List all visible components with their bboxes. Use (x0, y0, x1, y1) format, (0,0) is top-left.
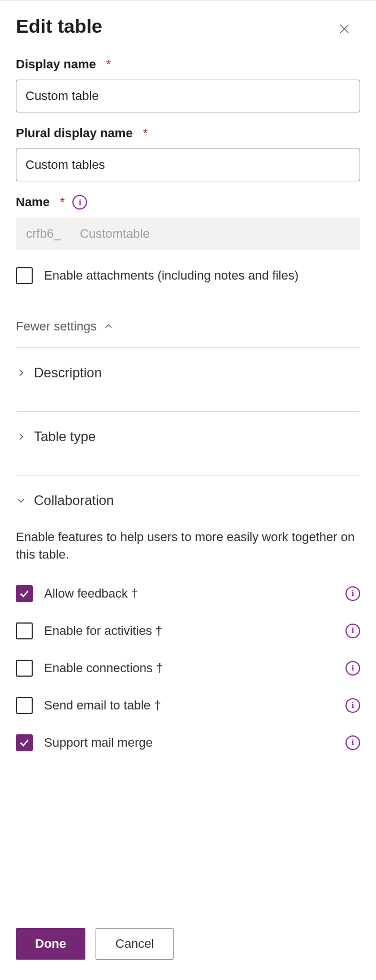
enable-attachments-row: Enable attachments (including notes and … (16, 267, 360, 284)
collaboration-row: Send email to table †i (16, 687, 360, 724)
collaboration-checkbox[interactable] (16, 734, 33, 751)
panel-header: Edit table (0, 1, 376, 43)
enable-attachments-checkbox[interactable] (16, 267, 33, 284)
collaboration-row: Support mail mergei (16, 724, 360, 761)
collaboration-items: Allow feedback †iEnable for activities †… (16, 575, 360, 761)
collaboration-label: Support mail merge (44, 734, 334, 751)
required-asterisk: * (106, 57, 111, 72)
collaboration-label: Allow feedback † (44, 585, 334, 602)
section-table-type-title: Table type (34, 429, 96, 445)
chevron-right-icon (16, 368, 26, 378)
enable-attachments-label: Enable attachments (including notes and … (44, 267, 360, 284)
collaboration-label: Enable connections † (44, 660, 334, 677)
info-icon[interactable]: i (72, 195, 87, 210)
required-asterisk: * (143, 126, 148, 141)
section-table-type-header[interactable]: Table type (16, 412, 360, 461)
section-collaboration-header[interactable]: Collaboration (16, 476, 360, 525)
plural-name-label: Plural display name* (16, 126, 360, 141)
name-label-text: Name (16, 195, 50, 210)
panel-title: Edit table (16, 15, 102, 37)
close-button[interactable] (334, 19, 355, 39)
name-prefix: crfb6_ (16, 227, 71, 241)
panel-body: Display name* Plural display name* Name*… (0, 43, 376, 913)
field-plural-name: Plural display name* (16, 126, 360, 181)
collaboration-checkbox[interactable] (16, 697, 33, 714)
plural-name-label-text: Plural display name (16, 126, 133, 141)
plural-name-input[interactable] (16, 149, 360, 181)
check-icon (19, 737, 30, 748)
collaboration-checkbox[interactable] (16, 585, 33, 602)
scroll-spacer (16, 761, 360, 886)
collaboration-label: Send email to table † (44, 697, 334, 714)
collaboration-label: Enable for activities † (44, 622, 334, 639)
info-icon[interactable]: i (345, 661, 360, 676)
required-asterisk: * (60, 195, 65, 210)
done-button[interactable]: Done (16, 928, 85, 960)
info-icon[interactable]: i (345, 586, 360, 601)
collaboration-checkbox[interactable] (16, 660, 33, 677)
display-name-label: Display name* (16, 57, 360, 72)
field-name: Name* i crfb6_ (16, 195, 360, 250)
name-input (71, 217, 360, 250)
check-icon (19, 588, 30, 599)
chevron-up-icon (103, 321, 114, 332)
panel-footer: Done Cancel (0, 913, 376, 980)
name-label: Name* i (16, 195, 360, 210)
info-icon[interactable]: i (345, 735, 360, 750)
collaboration-description: Enable features to help users to more ea… (16, 529, 360, 564)
fewer-settings-label: Fewer settings (16, 319, 97, 334)
name-input-row: crfb6_ (16, 217, 360, 250)
info-icon[interactable]: i (345, 624, 360, 638)
section-description-header[interactable]: Description (16, 348, 360, 398)
cancel-button[interactable]: Cancel (96, 928, 174, 960)
collaboration-row: Enable for activities †i (16, 612, 360, 650)
display-name-label-text: Display name (16, 57, 96, 72)
collaboration-row: Allow feedback †i (16, 575, 360, 612)
display-name-input[interactable] (16, 80, 360, 112)
collaboration-row: Enable connections †i (16, 650, 360, 687)
field-display-name: Display name* (16, 57, 360, 112)
close-icon (338, 23, 351, 35)
section-description-title: Description (34, 365, 102, 381)
collaboration-checkbox[interactable] (16, 622, 33, 639)
chevron-down-icon (16, 495, 26, 506)
section-collaboration-title: Collaboration (34, 493, 114, 508)
info-icon[interactable]: i (345, 698, 360, 713)
chevron-right-icon (16, 432, 26, 442)
fewer-settings-toggle[interactable]: Fewer settings (16, 319, 360, 334)
edit-table-panel: Edit table Display name* Plural display … (0, 0, 376, 980)
